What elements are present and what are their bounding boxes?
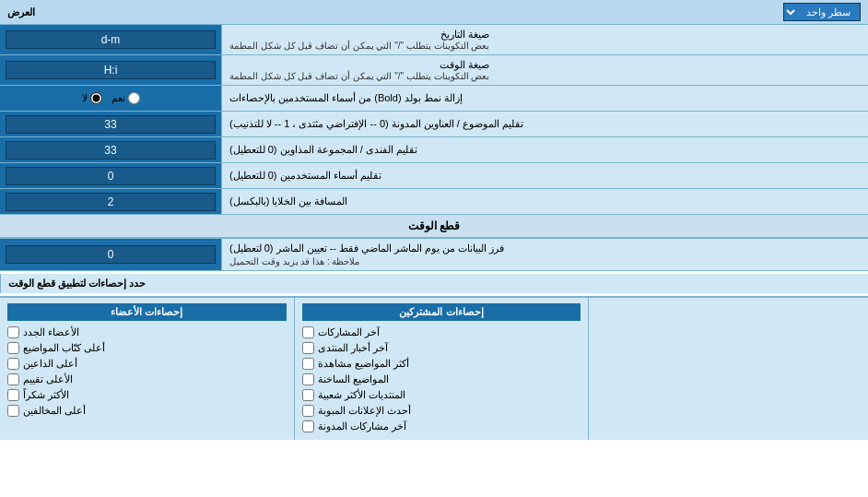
member-stats-header: إحصاءات الأعضاء xyxy=(7,303,287,321)
username-trim-label: تقليم أسماء المستخدمين (0 للتعطيل) xyxy=(221,163,868,188)
radio-no[interactable] xyxy=(90,92,102,104)
checkbox-most-thanked[interactable] xyxy=(7,389,19,401)
checkbox-new-members[interactable] xyxy=(7,326,19,338)
checkbox-item: الأكثر شكراً xyxy=(7,387,287,403)
checkbox-item: المواضيع الساخنة xyxy=(302,372,581,387)
username-trim-row: تقليم أسماء المستخدمين (0 للتعطيل) xyxy=(0,163,868,189)
checkbox-item: الأعلى تقييم xyxy=(7,372,287,387)
forum-trim-label: تقليم الفندى / المجموعة المذاوين (0 للتع… xyxy=(221,137,868,162)
checkbox-item: أعلى كتّاب المواضيع xyxy=(7,340,287,356)
stats-limit-row: حدد إحصاءات لتطبيق قطع الوقت xyxy=(0,271,868,297)
cutoff-section-header: قطع الوقت xyxy=(0,215,868,238)
checkbox-blog-posts[interactable] xyxy=(302,420,314,432)
cell-spacing-input-cell xyxy=(0,189,221,214)
checkbox-item: المنتديات الأكثر شعبية xyxy=(302,387,581,403)
checkbox-forum-news[interactable] xyxy=(302,342,314,354)
date-format-input[interactable] xyxy=(6,30,216,49)
username-trim-input[interactable] xyxy=(6,167,216,185)
bold-removal-label: إزالة نمط بولد (Bold) من أسماء المستخدمي… xyxy=(221,86,868,111)
display-select[interactable]: سطر واحد سطرين ثلاثة أسطر xyxy=(783,3,861,21)
topic-trim-input-cell xyxy=(0,112,221,136)
checkbox-item: الأعضاء الجدد xyxy=(7,325,287,340)
cutoff-input[interactable] xyxy=(6,245,216,264)
cell-spacing-label: المسافة بين الخلايا (بالبكسل) xyxy=(221,189,868,214)
stats-limit-label: حدد إحصاءات لتطبيق قطع الوقت xyxy=(0,274,868,293)
date-format-row: صيغة التاريخ بعض التكوينات يتطلب "/" الت… xyxy=(0,25,868,55)
time-format-row: صيغة الوقت بعض التكوينات يتطلب "/" التي … xyxy=(0,55,868,86)
cell-spacing-input[interactable] xyxy=(6,193,216,211)
cell-spacing-row: المسافة بين الخلايا (بالبكسل) xyxy=(0,189,868,215)
checkbox-item: أكثر المواضيع مشاهدة xyxy=(302,356,581,372)
checkbox-item: آخر المشاركات xyxy=(302,325,581,340)
top-header: سطر واحد سطرين ثلاثة أسطر العرض xyxy=(0,0,868,25)
forum-stats-header: إحصاءات المشتركين xyxy=(302,303,581,321)
username-trim-input-cell xyxy=(0,163,221,188)
cutoff-section-header-row: قطع الوقت xyxy=(0,215,868,239)
bold-removal-row: إزالة نمط بولد (Bold) من أسماء المستخدمي… xyxy=(0,86,868,112)
member-stats-column: إحصاءات الأعضاء الأعضاء الجدد أعلى كتّاب… xyxy=(0,298,294,440)
checkbox-last-posts[interactable] xyxy=(302,326,314,338)
topic-trim-row: تقليم الموضوع / العناوين المدونة (0 -- ا… xyxy=(0,112,868,137)
radio-yes[interactable] xyxy=(128,92,140,104)
bold-removal-radio-cell: نعم لا xyxy=(0,86,221,111)
radio-yes-label[interactable]: نعم xyxy=(111,92,140,104)
date-format-label: صيغة التاريخ بعض التكوينات يتطلب "/" الت… xyxy=(221,25,868,54)
cutoff-input-cell xyxy=(0,239,221,270)
cutoff-row: فرز البيانات من يوم الماشر الماضي فقط --… xyxy=(0,239,868,271)
checkbox-popular-forums[interactable] xyxy=(302,389,314,401)
checkboxes-section: إحصاءات المشتركين آخر المشاركات آخر أخبا… xyxy=(0,297,868,440)
radio-no-label[interactable]: لا xyxy=(82,92,102,104)
forum-stats-column: إحصاءات المشتركين آخر المشاركات آخر أخبا… xyxy=(294,298,589,440)
checkbox-top-writers[interactable] xyxy=(7,342,19,354)
checkbox-hot-topics[interactable] xyxy=(302,373,314,385)
checkbox-item: أحدث الإعلانات المبوبة xyxy=(302,403,581,419)
time-format-input-cell xyxy=(0,55,221,85)
top-right-label: العرض xyxy=(7,6,35,18)
checkbox-item: أعلى المخالفين xyxy=(7,403,287,419)
checkbox-item: آخر أخبار المنتدى xyxy=(302,340,581,356)
checkbox-top-inviters[interactable] xyxy=(7,358,19,370)
checkbox-top-violators[interactable] xyxy=(7,405,19,417)
checkbox-item: أعلى الداعين xyxy=(7,356,287,372)
checkbox-latest-ads[interactable] xyxy=(302,405,314,417)
forum-trim-input[interactable] xyxy=(6,141,216,160)
topic-trim-input[interactable] xyxy=(6,115,216,134)
checkbox-most-viewed[interactable] xyxy=(302,358,314,370)
checkbox-top-rated[interactable] xyxy=(7,373,19,385)
forum-trim-row: تقليم الفندى / المجموعة المذاوين (0 للتع… xyxy=(0,137,868,163)
forum-trim-input-cell xyxy=(0,137,221,162)
cutoff-label-cell: فرز البيانات من يوم الماشر الماضي فقط --… xyxy=(221,239,868,270)
time-format-input[interactable] xyxy=(6,61,216,79)
bold-radio-group: نعم لا xyxy=(82,92,140,104)
date-format-input-cell xyxy=(0,25,221,54)
time-format-label: صيغة الوقت بعض التكوينات يتطلب "/" التي … xyxy=(221,55,868,85)
checkbox-item: آخر مشاركات المدونة xyxy=(302,419,581,434)
topic-trim-label: تقليم الموضوع / العناوين المدونة (0 -- ا… xyxy=(221,112,868,136)
